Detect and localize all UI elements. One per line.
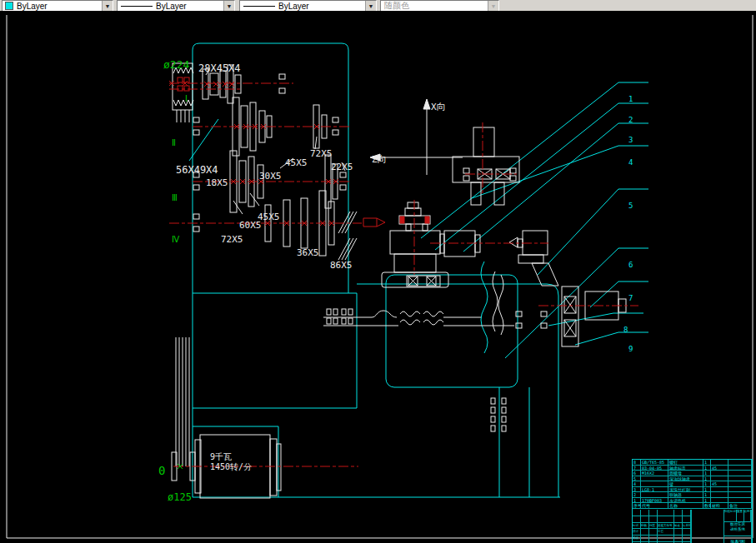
- revision-cell: 校核: [633, 536, 641, 542]
- motor-speed-label: 1450转/分: [210, 462, 252, 471]
- revision-cell: [633, 510, 641, 516]
- lineweight-combo[interactable]: ByLayer ▼: [239, 0, 377, 12]
- revision-cell: 分区: [649, 523, 658, 530]
- org-line2: 进给系统: [724, 527, 751, 532]
- revision-cell: [649, 529, 658, 536]
- shaft-marker-2: Ⅱ: [172, 139, 176, 147]
- gear-label-18x5: 18X5: [206, 178, 228, 187]
- drawing-canvas[interactable]: 28X45X4 56X49X4 18X5 30X5 45X5 72X5 22X5…: [0, 11, 756, 543]
- revision-cell: [674, 510, 683, 516]
- revision-cell: 签名: [674, 523, 683, 530]
- revision-cell: [683, 529, 691, 536]
- bom-header-cell: 材料: [711, 503, 728, 509]
- stage-row: 阶段标记重量比例: [724, 510, 752, 522]
- stage-label: 阶段标记: [724, 510, 737, 521]
- color-dropdown-arrow-icon[interactable]: ▼: [102, 1, 113, 11]
- callout-number-7: 7: [628, 295, 633, 302]
- bom-header-row: 序号代号名称数量材料备注: [633, 503, 752, 509]
- stage-label: 重量: [737, 510, 744, 521]
- bom-header-cell: 备注: [728, 503, 752, 509]
- linetype-combo[interactable]: ByLayer ▼: [117, 0, 235, 12]
- drawing-number-box: [691, 510, 724, 543]
- revision-cell: [683, 510, 691, 516]
- gear-label-30x5: 30X5: [259, 172, 282, 181]
- shaft-marker-1: Ⅰ: [185, 95, 188, 103]
- bom-header-cell: 序号: [633, 503, 641, 509]
- gear-label-22x5: 22X5: [331, 162, 353, 172]
- callout-number-3: 3: [628, 137, 633, 144]
- revision-cell: [674, 516, 683, 523]
- bom-header-cell: 名称: [668, 503, 703, 509]
- revision-cell: [683, 516, 691, 523]
- gear-label-72x5-low: 72X5: [221, 235, 243, 244]
- lineweight-dropdown-arrow-icon[interactable]: ▼: [365, 1, 376, 11]
- zero-marker: 0: [158, 466, 165, 476]
- lineweight-value: ByLayer: [278, 2, 309, 11]
- color-swatch: [5, 2, 13, 10]
- gear-label-60x5: 60X5: [239, 221, 262, 230]
- stage-label: 比例: [744, 510, 752, 521]
- revision-cell: [658, 510, 674, 516]
- org-name: 数控车床进给系统: [724, 522, 752, 536]
- title-block: 8GB/T65-85螺钉1703-04-05轴承端盖1456M16X2圆螺母15…: [632, 459, 753, 543]
- revision-cell: 设计: [633, 529, 641, 536]
- x-axis-label: X向: [431, 102, 446, 112]
- bom-header-cell: 代号: [641, 503, 668, 509]
- callout-number-1: 1: [628, 96, 633, 103]
- properties-toolbar: ByLayer ▼ ByLayer ▼ ByLayer ▼ 随颜色 ▼: [0, 0, 756, 12]
- gear-label-28x45x4: 28X45X4: [198, 64, 241, 73]
- callout-number-5: 5: [628, 202, 633, 210]
- gear-label-56x49x4: 56X49X4: [176, 166, 218, 175]
- shaft-marker-4: Ⅳ: [172, 236, 179, 244]
- revision-cell: 更改文件号: [658, 523, 674, 530]
- color-value: ByLayer: [17, 2, 48, 11]
- callout-number-2: 2: [628, 117, 633, 124]
- revision-cell: [674, 536, 683, 542]
- lineweight-sample-icon: [243, 6, 275, 7]
- bom-header-cell: 数量: [703, 503, 711, 509]
- revision-cell: 工艺: [658, 529, 674, 536]
- revision-cell: [641, 536, 649, 542]
- revision-cell: 年月日: [683, 523, 691, 530]
- linetype-sample-icon: [121, 6, 153, 7]
- revision-cell: [641, 510, 649, 516]
- z-axis-label: Z向: [372, 155, 387, 164]
- callout-number-4: 4: [628, 159, 633, 167]
- revision-cell: [683, 536, 691, 542]
- callout-number-9: 9: [628, 346, 633, 353]
- callout-number-6: 6: [628, 262, 633, 269]
- plotstyle-combo: 随颜色 ▼: [380, 0, 499, 12]
- gear-label-86x5: 86X5: [330, 261, 353, 270]
- gear-label-36x5: 36X5: [297, 248, 319, 257]
- pulley-dia-125-label: ø125: [168, 493, 192, 502]
- revision-cell: [649, 510, 658, 516]
- shaft-marker-3: Ⅲ: [172, 194, 178, 202]
- revision-cell: [658, 516, 674, 523]
- revision-cell: [641, 529, 649, 536]
- gear-label-72x5-top: 72X5: [310, 149, 333, 158]
- revision-cell: 处数: [641, 523, 649, 530]
- plotstyle-value: 随颜色: [384, 0, 409, 12]
- revision-cell: [649, 516, 658, 523]
- linetype-value: ByLayer: [156, 2, 187, 11]
- revision-cell: [658, 536, 674, 542]
- gear-label-45x5-top: 45X5: [285, 158, 308, 167]
- revision-cell: [674, 529, 683, 536]
- cad-window: ByLayer ▼ ByLayer ▼ ByLayer ▼ 随颜色 ▼: [0, 0, 756, 543]
- revision-cell: [649, 536, 658, 542]
- callout-number-8: 8: [623, 326, 628, 334]
- pulley-dia-224-label: ø224: [163, 60, 189, 69]
- motor-power-label: 9千瓦: [210, 452, 232, 461]
- linetype-dropdown-arrow-icon[interactable]: ▼: [223, 1, 234, 11]
- sheet-title: 装配图: [724, 536, 752, 543]
- revision-cell: [641, 516, 649, 523]
- layer-color-combo[interactable]: ByLayer ▼: [2, 0, 113, 12]
- plotstyle-dropdown-arrow-icon: ▼: [488, 1, 498, 11]
- revision-cell: 标记: [633, 523, 641, 530]
- revision-cell: [633, 516, 641, 523]
